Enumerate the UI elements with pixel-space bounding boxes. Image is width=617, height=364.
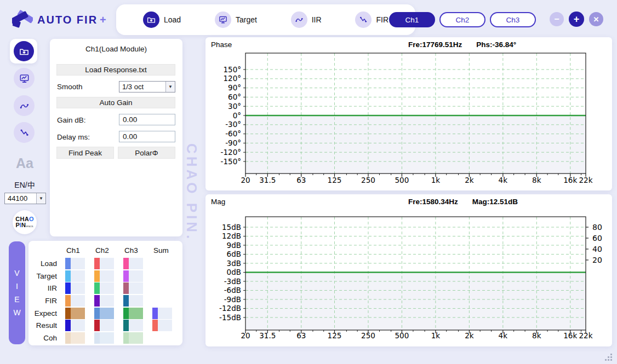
resize-grip[interactable] [604, 353, 613, 361]
svg-text:500: 500 [395, 176, 409, 184]
swatch-solid [65, 270, 71, 282]
trace-color-swatch[interactable] [94, 270, 114, 282]
svg-text:16k: 16k [563, 331, 577, 340]
tab-iir[interactable]: IIR [291, 11, 322, 28]
legend-cell [62, 307, 92, 320]
legend-cell [62, 257, 92, 270]
trace-color-swatch[interactable] [123, 282, 143, 294]
trace-color-swatch[interactable] [152, 320, 172, 331]
swatch-solid [65, 332, 71, 344]
trace-color-swatch[interactable] [123, 295, 143, 307]
channel-ch3-button[interactable]: Ch3 [490, 12, 536, 27]
swatch-solid [65, 282, 71, 294]
polar-phase-button[interactable]: PolarΦ [118, 147, 175, 159]
swatch-solid [94, 320, 100, 331]
channel-ch1-button[interactable]: Ch1 [389, 12, 435, 27]
svg-text:500: 500 [395, 331, 409, 340]
smooth-label: Smooth [57, 83, 83, 91]
logo-text: P [16, 222, 20, 228]
swatch-light [71, 320, 85, 331]
trace-color-swatch[interactable] [94, 320, 114, 331]
font-size-toggle[interactable]: Aa [0, 155, 49, 171]
tab-load[interactable]: Load [143, 11, 181, 28]
load-response-button[interactable]: Load Response.txt [56, 64, 175, 76]
logo-text-accent: O [29, 216, 34, 222]
svg-text:30°: 30° [228, 102, 241, 111]
trace-color-swatch[interactable] [65, 308, 85, 319]
sidebar-item-load[interactable] [14, 41, 34, 61]
svg-text:6dB: 6dB [227, 250, 241, 258]
trace-color-swatch[interactable] [94, 282, 114, 294]
mag-chart-plot[interactable]: 15dB12dB9dB6dB3dB0dB-3dB-6dB-9dB-12dB-15… [205, 209, 612, 346]
language-toggle[interactable]: EN/中 [0, 179, 49, 190]
swatch-light [129, 258, 143, 269]
svg-text:8k: 8k [532, 331, 541, 340]
tab-target[interactable]: Target [215, 11, 257, 28]
mag-chart-panel: Mag Fre:1580.34Hz Mag:12.51dB 15dB12dB9d… [205, 194, 612, 346]
trace-color-swatch[interactable] [65, 282, 85, 294]
swatch-solid [152, 308, 158, 319]
legend-cell [62, 332, 92, 344]
sidebar-item-iir[interactable] [14, 95, 35, 116]
plus-button[interactable]: + [569, 11, 584, 27]
app-logo: AUTO FIR + [12, 10, 106, 30]
legend-cell [92, 319, 121, 332]
legend-cell [150, 270, 179, 282]
tab-fir[interactable]: FIR [355, 11, 389, 28]
trace-color-swatch[interactable] [123, 320, 143, 331]
trace-color-swatch[interactable] [94, 295, 114, 307]
swatch-light [100, 258, 114, 269]
swatch-light [100, 308, 114, 319]
readout-label: Mag: [472, 198, 490, 206]
trace-color-swatch[interactable] [65, 295, 85, 307]
chevron-down-icon: ▼ [165, 82, 175, 92]
find-peak-button[interactable]: Find Peak [56, 147, 114, 159]
close-button[interactable]: ✕ [589, 12, 603, 26]
trace-color-swatch[interactable] [123, 308, 143, 319]
logo-text: N [21, 222, 26, 228]
legend-row-label: Target [35, 270, 62, 282]
view-button[interactable]: V I E W [9, 241, 25, 344]
chaopin-logo[interactable]: CHAO PINSPACE. [13, 210, 37, 234]
trace-color-swatch[interactable] [65, 320, 85, 331]
delay-input[interactable] [119, 131, 175, 142]
trace-color-swatch[interactable] [123, 332, 143, 344]
trace-color-swatch[interactable] [152, 308, 172, 319]
legend-cell [62, 282, 92, 294]
swatch-solid [94, 270, 100, 282]
tab-load-label: Load [164, 15, 181, 24]
legend-row-label: Expect [35, 307, 62, 320]
svg-text:-12dB: -12dB [219, 304, 241, 313]
trace-color-swatch[interactable] [123, 258, 143, 269]
trace-color-swatch[interactable] [123, 270, 143, 282]
logo-text-tiny: SPACE. [26, 225, 34, 228]
watermark-text: CHAO PIN. [183, 143, 200, 241]
swatch-solid [94, 282, 100, 294]
sidebar-item-fir[interactable] [14, 122, 35, 143]
legend-row-label: FIR [35, 294, 62, 307]
phase-chart-plot[interactable]: 150°120°90°60°30°0°-30°-60°-90°-120°-150… [205, 51, 612, 190]
sidebar-item-target[interactable] [14, 68, 35, 89]
trace-color-swatch[interactable] [94, 258, 114, 269]
trace-color-swatch[interactable] [65, 258, 85, 269]
sample-rate-select[interactable]: 44100 ▼ [4, 193, 46, 204]
trace-color-swatch[interactable] [94, 308, 114, 319]
minus-button[interactable]: − [550, 12, 564, 26]
autofir-window: AUTO FIR + Load Target IIR FIR Ch1 Ch2 C… [0, 0, 617, 364]
trace-color-swatch[interactable] [65, 270, 85, 282]
legend-cell [121, 319, 150, 332]
load-module-panel: Ch1(Load Module) Load Response.txt Smoot… [50, 39, 182, 236]
auto-gain-button[interactable]: Auto Gain [56, 97, 175, 108]
trace-color-swatch[interactable] [65, 332, 85, 344]
trace-color-swatch[interactable] [94, 332, 114, 344]
smooth-select[interactable]: 1/3 oct ▼ [119, 81, 175, 93]
gain-input[interactable] [119, 114, 175, 125]
svg-text:-6dB: -6dB [224, 286, 241, 294]
legend-cell [92, 282, 121, 294]
delay-label: Delay ms: [57, 133, 90, 141]
swatch-light [71, 282, 85, 294]
legend-cell [121, 257, 150, 270]
view-letter: I [16, 282, 18, 291]
channel-ch2-button[interactable]: Ch2 [439, 12, 485, 27]
swatch-light [129, 308, 143, 319]
